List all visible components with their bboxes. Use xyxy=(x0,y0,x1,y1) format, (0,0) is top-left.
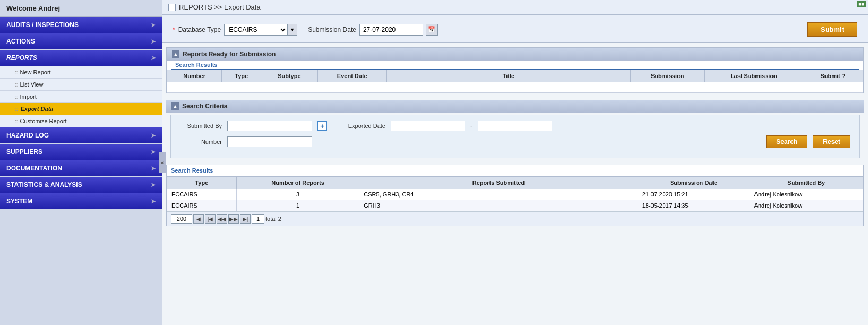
search-results-label-2: Search Results xyxy=(167,165,863,176)
database-type-label: Database Type xyxy=(178,26,221,33)
chevron-icon: ➤ xyxy=(151,198,156,205)
page-total: total 2 xyxy=(265,216,281,222)
search-button[interactable]: Search xyxy=(766,135,807,148)
sidebar-sub-list-view[interactable]: List View xyxy=(0,79,162,91)
reports-ready-title: Reports Ready for Submission xyxy=(183,50,276,58)
cell-type: ECCAIRS xyxy=(167,189,237,200)
cell-submission-date: 18-05-2017 14:35 xyxy=(638,200,750,211)
col-submit: Submit ? xyxy=(803,70,863,82)
table-row: ECCAIRS 1 GRH3 18-05-2017 14:35 Andrej K… xyxy=(167,200,863,211)
search-criteria-title: Search Criteria xyxy=(182,102,227,110)
page-header: REPORTS >> Export Data xyxy=(162,0,868,15)
table-row: ECCAIRS 3 CSR5, GRH3, CR4 21-07-2020 15:… xyxy=(167,189,863,200)
sr-col-submission-date: Submission Date xyxy=(638,177,750,189)
nav-next-button[interactable]: ▶▶ xyxy=(228,214,239,224)
chevron-icon: ➤ xyxy=(151,38,156,45)
criteria-row-1: Submitted By + Exported Date - xyxy=(179,121,850,131)
page-header-icon xyxy=(168,4,176,11)
search-results-table: Type Number of Reports Reports Submitted… xyxy=(167,176,863,211)
required-star: * xyxy=(173,26,175,33)
sidebar-item-audits[interactable]: AUDITS / INSPECTIONS ➤ xyxy=(0,17,162,33)
sidebar-sub-export-data[interactable]: Export Data xyxy=(0,103,162,115)
submitted-by-label: Submitted By xyxy=(179,123,222,129)
date-range-separator: - xyxy=(470,122,472,130)
col-type: Type xyxy=(222,70,261,82)
cell-num-reports: 1 xyxy=(236,200,359,211)
number-label: Number xyxy=(179,139,222,145)
database-type-select-wrapper: ECCAIRS ▼ xyxy=(224,24,297,36)
sidebar-item-suppliers[interactable]: SUPPLIERS ➤ xyxy=(0,144,162,160)
database-type-select[interactable]: ECCAIRS xyxy=(224,24,288,36)
page-num-input[interactable] xyxy=(252,214,264,224)
sr-col-num-reports: Number of Reports xyxy=(236,177,359,189)
criteria-row-2: Number Search Reset xyxy=(179,135,850,148)
col-subtype: Subtype xyxy=(261,70,318,82)
col-number: Number xyxy=(167,70,222,82)
reports-ready-header[interactable]: ▲ Reports Ready for Submission xyxy=(167,48,863,61)
sidebar-item-statistics[interactable]: STATISTICS & ANALYSIS ➤ xyxy=(0,177,162,193)
sidebar-collapse-button[interactable]: « xyxy=(159,152,162,173)
nav-prev-button[interactable]: ◀◀ xyxy=(217,214,227,224)
sidebar-welcome: Welcome Andrej xyxy=(0,0,162,17)
sidebar-sub-customize-report[interactable]: Customize Report xyxy=(0,115,162,127)
export-form: * Database Type ECCAIRS ▼ Submission Dat… xyxy=(162,15,868,43)
calendar-button[interactable]: 📅 xyxy=(426,24,438,36)
exported-date-from-input[interactable] xyxy=(391,121,465,131)
sidebar-sub-new-report[interactable]: New Report xyxy=(0,66,162,79)
search-criteria-section: ▲ Search Criteria Submitted By + Exporte… xyxy=(166,100,864,160)
sidebar-item-actions[interactable]: ACTIONS ➤ xyxy=(0,33,162,49)
sidebar-item-audits-label: AUDITS / INSPECTIONS xyxy=(6,21,79,29)
sidebar-item-documentation[interactable]: DOCUMENTATION ➤ xyxy=(0,160,162,176)
submit-wrapper: Submit xyxy=(449,22,857,37)
sidebar: Welcome Andrej AUDITS / INSPECTIONS ➤ AC… xyxy=(0,0,162,325)
submission-date-input[interactable] xyxy=(359,24,423,36)
sr-col-reports-submitted: Reports Submitted xyxy=(359,177,638,189)
reset-button[interactable]: Reset xyxy=(813,135,850,148)
sidebar-sub-import[interactable]: Import xyxy=(0,91,162,103)
cell-reports-submitted: CSR5, GRH3, CR4 xyxy=(359,189,638,200)
number-input[interactable] xyxy=(227,136,312,147)
nav-last-button[interactable]: ▶| xyxy=(240,214,251,224)
col-event-date: Event Date xyxy=(317,70,386,82)
chevron-icon: ➤ xyxy=(151,182,156,189)
nav-first-button[interactable]: |◀ xyxy=(205,214,216,224)
sr-col-submitted-by: Submitted By xyxy=(750,177,863,189)
chevron-icon: ➤ xyxy=(151,22,156,29)
cell-submitted-by: Andrej Kolesnikow xyxy=(750,189,863,200)
sr-col-type: Type xyxy=(167,177,237,189)
col-title: Title xyxy=(386,70,630,82)
sidebar-item-hazard-log[interactable]: HAZARD LOG ➤ xyxy=(0,127,162,143)
sidebar-item-hazard-log-label: HAZARD LOG xyxy=(6,132,49,139)
sidebar-item-system-label: SYSTEM xyxy=(6,198,32,205)
chevron-icon: ➤ xyxy=(151,132,156,139)
database-type-field: * Database Type ECCAIRS ▼ xyxy=(173,24,297,36)
pagination: ◀ |◀ ◀◀ ▶▶ ▶| total 2 xyxy=(167,211,863,226)
add-submitted-by-button[interactable]: + xyxy=(317,121,327,131)
exported-date-label: Exported Date xyxy=(343,123,385,129)
sidebar-item-documentation-label: DOCUMENTATION xyxy=(6,165,62,172)
sidebar-item-reports-label: REPORTS xyxy=(6,54,37,62)
cell-reports-submitted: GRH3 xyxy=(359,200,638,211)
chevron-icon: ➤ xyxy=(151,55,156,62)
page-title: REPORTS >> Export Data xyxy=(179,3,261,11)
submit-button[interactable]: Submit xyxy=(807,22,857,37)
sidebar-item-actions-label: ACTIONS xyxy=(6,38,35,45)
top-right-icon: ■■ xyxy=(857,1,866,7)
submitted-by-input[interactable] xyxy=(227,121,312,131)
collapse-icon-2: ▲ xyxy=(171,102,179,110)
dropdown-button[interactable]: ▼ xyxy=(288,24,297,36)
sidebar-item-system[interactable]: SYSTEM ➤ xyxy=(0,193,162,209)
col-last-submission: Last Submission xyxy=(704,70,803,82)
search-criteria-header[interactable]: ▲ Search Criteria xyxy=(166,100,864,113)
collapse-icon: ▲ xyxy=(172,50,179,58)
search-criteria-body: Submitted By + Exported Date - Number Se… xyxy=(170,115,860,158)
sidebar-item-statistics-label: STATISTICS & ANALYSIS xyxy=(6,181,82,189)
col-submission: Submission xyxy=(630,70,704,82)
sidebar-item-reports[interactable]: REPORTS ➤ xyxy=(0,50,162,66)
cell-submitted-by: Andrej Kolesnikow xyxy=(750,200,863,211)
nav-prev-far-button[interactable]: ◀ xyxy=(193,214,204,224)
reports-ready-table: Number Type Subtype Event Date Title Sub… xyxy=(167,70,863,93)
sidebar-item-suppliers-label: SUPPLIERS xyxy=(6,148,42,156)
page-size-input[interactable] xyxy=(171,214,192,224)
exported-date-to-input[interactable] xyxy=(478,121,552,131)
